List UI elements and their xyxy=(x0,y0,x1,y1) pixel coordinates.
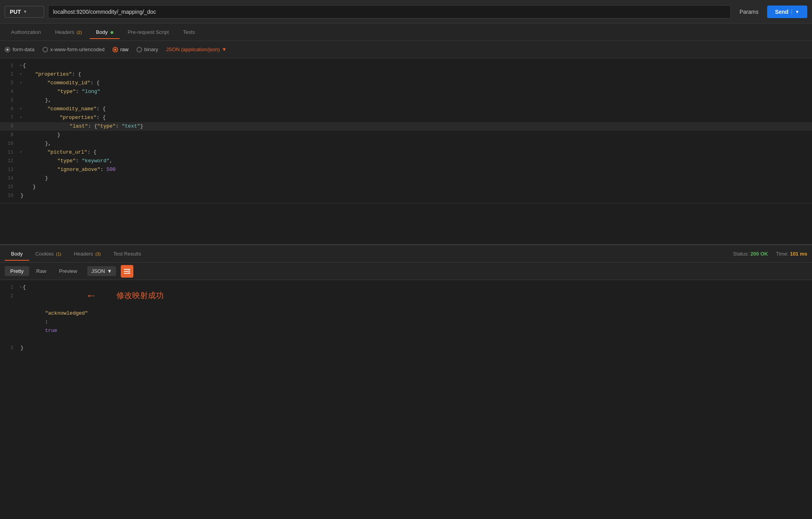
form-data-radio[interactable] xyxy=(5,47,10,52)
code-line-16: 16 } xyxy=(0,191,812,200)
code-line-13: 13 "ignore_above": 500 xyxy=(0,165,812,174)
form-data-option[interactable]: form-data xyxy=(5,46,35,52)
code-line-14: 14 } xyxy=(0,174,812,183)
svg-rect-2 xyxy=(124,273,130,274)
time-value: 101 ms xyxy=(790,251,807,257)
raw-radio[interactable] xyxy=(113,47,118,52)
tab-pre-request[interactable]: Pre-request Script xyxy=(121,25,175,39)
code-line-2: 2 ▾ "properties": { xyxy=(0,70,812,79)
code-line-9: 9 } xyxy=(0,131,812,139)
send-label: Send xyxy=(775,9,788,15)
code-line-12: 12 "type": "keyword", xyxy=(0,157,812,165)
format-chevron-icon: ▼ xyxy=(222,46,227,52)
response-headers-badge: (3) xyxy=(95,252,100,256)
annotation-text: 修改映射成功 xyxy=(116,292,164,300)
response-tab-headers[interactable]: Headers (3) xyxy=(68,247,107,261)
format-select[interactable]: JSON (application/json) ▼ xyxy=(166,46,227,52)
code-line-6: 6 ▾ "commodity_name": { xyxy=(0,105,812,113)
code-line-7: 7 ▾ "properties": { xyxy=(0,113,812,122)
code-line-4: 4 "type": "long" xyxy=(0,87,812,96)
acknowledged-key: "acknowledged" xyxy=(45,310,88,316)
raw-option[interactable]: raw xyxy=(113,46,129,52)
tab-authorization[interactable]: Authorization xyxy=(5,25,47,39)
url-input[interactable] xyxy=(48,5,731,19)
annotation-arrow: ← 修改映射成功 xyxy=(88,292,164,300)
method-chevron-icon: ▼ xyxy=(23,9,27,14)
preview-button[interactable]: Preview xyxy=(54,266,83,276)
code-line-8: 8 "last": {"type": "text"} xyxy=(0,122,812,131)
url-encoded-radio[interactable] xyxy=(42,47,48,52)
acknowledged-value: true xyxy=(45,328,57,334)
response-tab-test-results[interactable]: Test Results xyxy=(107,247,148,261)
request-tab-bar: Authorization Headers (2) Body Pre-reque… xyxy=(0,24,812,41)
code-line-1: 1 ▾ { xyxy=(0,61,812,70)
response-tab-body[interactable]: Body xyxy=(5,247,29,261)
code-line-3: 3 ▾ "commodity_id": { xyxy=(0,79,812,87)
code-line-5: 5 }, xyxy=(0,96,812,105)
method-label: PUT xyxy=(10,9,21,15)
url-bar: PUT ▼ Params Send ▼ xyxy=(0,0,812,24)
response-line-3: 3 } xyxy=(0,344,812,352)
cookies-badge: (1) xyxy=(56,252,61,256)
binary-option[interactable]: binary xyxy=(137,46,158,52)
pretty-button[interactable]: Pretty xyxy=(5,266,29,276)
tab-body[interactable]: Body xyxy=(90,25,120,39)
tab-tests[interactable]: Tests xyxy=(177,25,201,39)
code-line-11: 11 ▾ "picture_url": { xyxy=(0,148,812,157)
tab-headers[interactable]: Headers (2) xyxy=(49,25,88,39)
response-status-bar: Status: 200 OK Time: 101 ms xyxy=(733,251,807,257)
params-button[interactable]: Params xyxy=(735,6,763,17)
wrap-lines-button[interactable] xyxy=(121,265,133,278)
response-line-2: 2 "acknowledged" : true ← 修改映射成功 xyxy=(0,292,812,344)
raw-button[interactable]: Raw xyxy=(31,266,52,276)
code-line-15: 15 } xyxy=(0,183,812,191)
response-line-1: 1 ▾ { xyxy=(0,283,812,292)
response-format-bar: Pretty Raw Preview JSON ▼ xyxy=(0,263,812,280)
response-section: Body Cookies (1) Headers (3) Test Result… xyxy=(0,244,812,519)
code-line-10: 10 }, xyxy=(0,139,812,148)
binary-radio[interactable] xyxy=(137,47,142,52)
url-encoded-option[interactable]: x-www-form-urlencoded xyxy=(42,46,105,52)
send-button[interactable]: Send ▼ xyxy=(767,6,807,18)
body-active-dot xyxy=(111,31,113,34)
svg-rect-1 xyxy=(124,271,129,272)
status-value: 200 OK xyxy=(750,251,768,257)
svg-rect-0 xyxy=(124,269,130,270)
json-chevron-icon: ▼ xyxy=(107,268,112,274)
method-select[interactable]: PUT ▼ xyxy=(5,6,44,18)
request-code-editor[interactable]: 1 ▾ { 2 ▾ "properties": { 3 ▾ "commodity… xyxy=(0,58,812,204)
response-tab-cookies[interactable]: Cookies (1) xyxy=(29,247,68,261)
response-code-editor[interactable]: 1 ▾ { 2 "acknowledged" : true ← 修改映射成功 3… xyxy=(0,280,812,356)
send-chevron-icon[interactable]: ▼ xyxy=(792,9,799,14)
headers-badge: (2) xyxy=(77,30,82,35)
json-format-select[interactable]: JSON ▼ xyxy=(87,266,116,276)
response-tab-bar: Body Cookies (1) Headers (3) Test Result… xyxy=(0,245,812,263)
body-options-bar: form-data x-www-form-urlencoded raw bina… xyxy=(0,41,812,58)
